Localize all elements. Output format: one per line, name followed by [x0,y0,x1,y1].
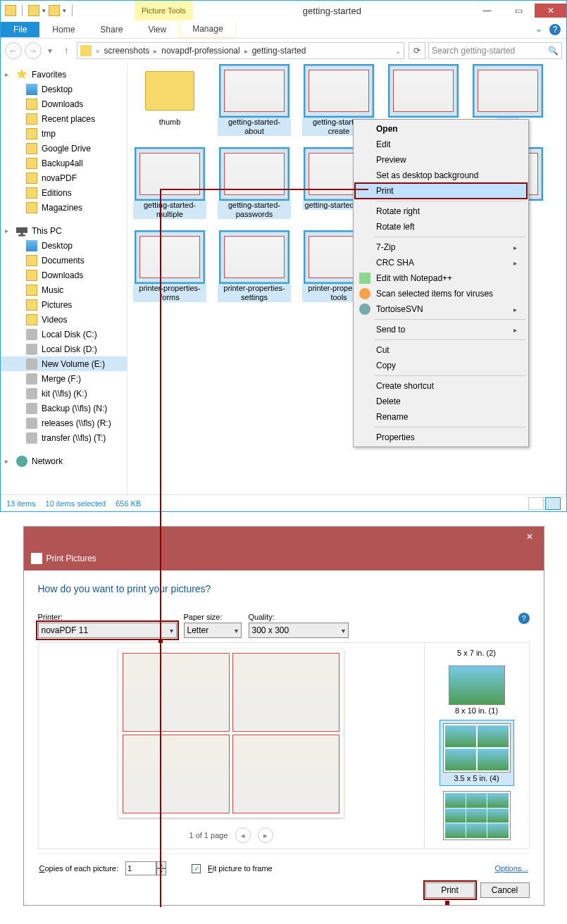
copies-input[interactable]: 1 [125,861,156,875]
ctx-7zip[interactable]: 7-Zip▸ [355,239,527,255]
tree-item[interactable]: New Volume (E:) [42,359,105,369]
prev-page-button[interactable]: ◂ [235,828,251,843]
breadcrumb-overflow[interactable]: « [94,47,101,55]
layout-list[interactable]: 5 x 7 in. (2) 8 x 10 in. (1) 3.5 x 5 in.… [424,642,530,849]
ctx-properties[interactable]: Properties [355,430,527,445]
expand-icon[interactable]: ▸ [5,457,12,465]
file-item[interactable]: thumb [133,65,206,136]
titlebar[interactable]: ▾ ▾ Picture Tools getting-started — ▭ ✕ [1,1,566,20]
tree-item[interactable]: Merge (F:) [42,374,81,384]
picture-tools-tab[interactable]: Picture Tools [135,1,193,20]
ctx-cut[interactable]: Cut [355,342,527,358]
close-button[interactable]: ✕ [516,527,544,547]
ctx-delete[interactable]: Delete [355,394,527,409]
qat-icon[interactable] [49,5,60,16]
breadcrumb-seg[interactable]: getting-started [251,46,308,56]
ribbon-view[interactable]: View [135,22,179,37]
view-details-button[interactable] [528,497,544,510]
up-button[interactable]: ↑ [58,43,74,58]
tree-item[interactable]: tmp [42,129,56,139]
ctx-sendto[interactable]: Send to▸ [355,322,527,337]
close-button[interactable]: ✕ [535,4,566,18]
help-icon[interactable]: ? [518,613,530,624]
tree-item[interactable]: kit (\\fls) (K:) [42,389,87,399]
layout-option[interactable]: 5 x 7 in. (2) [454,646,499,660]
ctx-scan-viruses[interactable]: Scan selected items for viruses [355,286,527,301]
qat-icon[interactable] [28,5,39,16]
ctx-copy[interactable]: Copy [355,358,527,373]
chevron-down-icon[interactable]: ▾ [63,7,66,14]
ctx-create-shortcut[interactable]: Create shortcut [355,378,527,394]
tree-item[interactable]: Backup4all [42,158,83,168]
tree-thispc[interactable]: This PC [32,226,62,236]
file-item[interactable]: printer-properties-settings [218,232,291,302]
tree-item[interactable]: Google Drive [42,144,91,154]
file-item[interactable]: printer-properties-forms [133,232,206,302]
ctx-rename[interactable]: Rename [355,409,527,425]
tree-item[interactable]: Pictures [42,300,72,310]
tree-item[interactable]: Videos [42,315,67,325]
tree-item[interactable]: Editions [42,188,72,198]
layout-option[interactable]: 3.5 x 5 in. (4) [440,720,513,785]
search-icon[interactable]: 🔍 [548,46,559,56]
file-item[interactable]: getting-started-about [218,65,291,136]
fit-label[interactable]: Fit picture to frame [208,864,273,873]
tree-item[interactable]: Desktop [42,85,73,94]
quality-select[interactable]: 300 x 300 ▾ [249,623,349,638]
cancel-button[interactable]: Cancel [480,882,530,898]
layout-option[interactable]: 8 x 10 in. (1) [446,663,508,718]
forward-button[interactable]: → [25,42,42,59]
tree-item[interactable]: Recent places [42,114,95,124]
paper-select[interactable]: Letter ▾ [184,623,242,638]
tree-network[interactable]: Network [32,456,63,466]
printer-select[interactable]: novaPDF 11 ▾ [38,623,177,638]
search-input[interactable]: Search getting-started 🔍 [428,42,562,59]
view-thumbs-button[interactable] [545,497,561,510]
tree-item[interactable]: Documents [42,256,85,266]
ribbon-file[interactable]: File [1,22,39,37]
tree-item[interactable]: Music [42,285,63,295]
tree-favorites[interactable]: Favorites [32,70,66,80]
chevron-down-icon[interactable]: ⌄ [394,47,402,55]
tree-item[interactable]: releases (\\fls) (R:) [42,418,111,428]
chevron-right-icon[interactable]: ▸ [243,47,249,55]
history-dropdown[interactable]: ▾ [44,42,56,59]
file-item[interactable]: getting-started-multiple [133,149,206,219]
tree-item[interactable]: transfer (\\fls) (T:) [42,433,106,443]
file-item[interactable]: getting-started-passwords [218,149,291,219]
print-button[interactable]: Print [425,882,475,898]
ctx-edit[interactable]: Edit [355,137,527,152]
help-icon[interactable]: ? [549,24,561,35]
ctx-crc[interactable]: CRC SHA▸ [355,255,527,270]
refresh-button[interactable]: ⟳ [409,42,425,59]
ctx-tortoisesvn[interactable]: TortoiseSVN▸ [355,301,527,317]
chevron-down-icon[interactable]: ▾ [42,7,46,14]
ribbon-expand-icon[interactable]: ⌄ [535,24,542,35]
tree-item[interactable]: Desktop [42,241,73,251]
ribbon-share[interactable]: Share [87,22,135,37]
tree-item[interactable]: novaPDF [42,173,77,183]
breadcrumb-seg[interactable]: novapdf-professional [160,46,241,56]
ctx-preview[interactable]: Preview [355,152,527,168]
ctx-notepadpp[interactable]: Edit with Notepad++ [355,270,527,286]
tree-item[interactable]: Magazines [42,203,82,213]
ribbon-manage[interactable]: Manage [179,21,236,37]
tree-item[interactable]: Local Disk (D:) [42,344,97,354]
ctx-open[interactable]: Open [355,121,527,137]
expand-icon[interactable]: ▸ [5,227,12,235]
ctx-set-background[interactable]: Set as desktop background [355,168,527,183]
ctx-rotate-left[interactable]: Rotate left [355,219,527,235]
next-page-button[interactable]: ▸ [258,828,273,843]
breadcrumb-seg[interactable]: screenshots [103,46,151,56]
expand-icon[interactable]: ▸ [5,70,12,78]
spin-down[interactable]: ▾ [156,868,166,875]
maximize-button[interactable]: ▭ [503,4,535,18]
chevron-right-icon[interactable]: ▸ [152,47,158,55]
tree-item[interactable]: Backup (\\fls) (N:) [42,404,107,413]
ribbon-home[interactable]: Home [39,22,87,37]
dialog-titlebar[interactable]: ✕ [24,527,544,547]
spin-up[interactable]: ▴ [156,861,166,868]
minimize-button[interactable]: — [471,4,503,18]
ctx-rotate-right[interactable]: Rotate right [355,204,527,219]
tree-item[interactable]: Downloads [42,99,83,109]
